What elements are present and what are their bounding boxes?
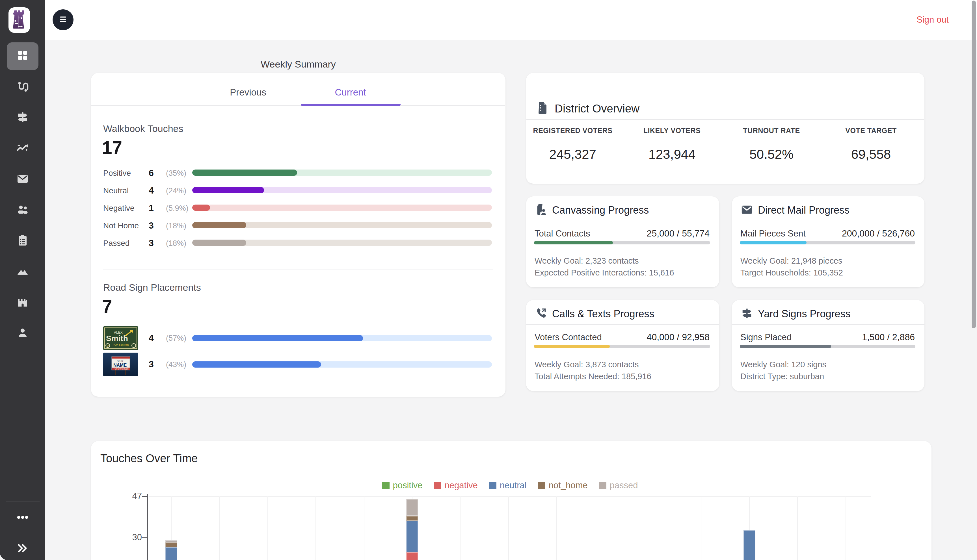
mail-icon: [16, 172, 29, 187]
legend-swatch: [599, 482, 606, 489]
sidebar-item-tasks[interactable]: [16, 234, 29, 248]
card-divider: [732, 221, 924, 221]
chart-plot-area[interactable]: [149, 497, 871, 560]
bar-segment-negative[interactable]: [406, 552, 418, 560]
stat-label: Mail Pieces Sent: [740, 228, 806, 239]
walkbook-row-passed: Passed 3 (18%): [103, 237, 493, 248]
legend-swatch: [382, 482, 389, 489]
dashboard-grid-icon: [16, 48, 29, 63]
walkbook-touches-total: 17: [102, 137, 122, 158]
legend-item-passed[interactable]: passed: [599, 480, 638, 490]
sidebar: [0, 0, 45, 560]
v-gridline: [364, 497, 364, 560]
bar-segment-not_home[interactable]: [406, 516, 418, 521]
people-icon: [16, 203, 29, 218]
active-tab-underline: [301, 104, 401, 106]
sidebar-item-terrain[interactable]: [16, 265, 29, 278]
tab-previous[interactable]: Previous: [198, 85, 298, 100]
row-percent: (18%): [166, 222, 186, 230]
sidebar-item-dashboard[interactable]: [16, 49, 29, 63]
walkbook-row-not-home: Not Home 3 (18%): [103, 220, 493, 231]
bar-segment-not_home[interactable]: [165, 542, 177, 547]
sidebar-item-analytics[interactable]: [16, 142, 29, 155]
row-count: 3: [143, 359, 160, 370]
row-meter: [192, 240, 492, 246]
sign-row-1: ALEX Smith FOR SENATE 4 (57%): [103, 326, 493, 350]
sidebar-divider: [6, 39, 40, 39]
y-axis-tickmark: [142, 496, 147, 497]
y-axis-tick-30: 30: [114, 532, 142, 542]
legend-label: not_home: [549, 480, 588, 490]
sidebar-item-people[interactable]: [16, 203, 29, 217]
yard-signs-progress-card: Yard Signs Progress Signs Placed 1,500 /…: [732, 300, 924, 391]
trend-sparkle-icon: [16, 141, 29, 156]
legend-item-neutral[interactable]: neutral: [489, 480, 527, 490]
sidebar-item-profile[interactable]: [16, 327, 29, 340]
sidebar-item-more[interactable]: [16, 511, 29, 525]
row-percent: (57%): [166, 334, 186, 343]
card-title: Canvassing Progress: [552, 204, 649, 216]
v-gridline: [605, 497, 605, 560]
v-gridline: [316, 497, 316, 560]
secondary-goal-text: Expected Positive Interactions: 15,616: [534, 268, 674, 277]
weekly-goal-text: Weekly Goal: 3,873 contacts: [534, 360, 639, 369]
stat-value: 123,944: [623, 147, 721, 162]
legend-label: negative: [445, 480, 478, 490]
row-meter: [192, 222, 492, 228]
menu-button[interactable]: [53, 9, 73, 30]
secondary-goal-text: District Type: suburban: [740, 372, 824, 381]
card-divider: [526, 221, 719, 221]
secondary-goal-text: Total Attempts Needed: 185,916: [534, 372, 651, 381]
walkbook-touches-title: Walkbook Touches: [103, 123, 184, 134]
phone-icon: [534, 307, 548, 320]
legend-item-positive[interactable]: positive: [382, 480, 423, 490]
sidebar-item-castle[interactable]: [16, 296, 29, 309]
sign-thumbnail-name[interactable]: FIRST NAME FOR CONGRESS: [103, 353, 138, 377]
sign-out-link[interactable]: Sign out: [899, 15, 949, 25]
sign-thumbnail-smith[interactable]: ALEX Smith FOR SENATE: [103, 326, 138, 350]
road-sign-placements-title: Road Sign Placements: [103, 282, 201, 293]
progress-bar: [740, 345, 915, 348]
tab-current[interactable]: Current: [300, 85, 401, 100]
district-overview-title: District Overview: [554, 102, 640, 115]
legend-item-negative[interactable]: negative: [434, 480, 478, 490]
sidebar-item-routes[interactable]: [16, 80, 29, 94]
scrollbar[interactable]: [972, 0, 976, 328]
stat-turnout-rate: TURNOUT RATE 50.52%: [722, 127, 821, 162]
stat-label: Total Contacts: [534, 228, 590, 239]
svg-text:Smith: Smith: [106, 334, 128, 343]
document-icon: [536, 101, 549, 115]
weekly-goal-text: Weekly Goal: 21,948 pieces: [740, 256, 842, 266]
bar-segment-neutral[interactable]: [165, 547, 177, 560]
chart-legend: positive negative neutral not_home passe…: [149, 480, 871, 490]
legend-item-not-home[interactable]: not_home: [538, 480, 588, 490]
bar-segment-neutral[interactable]: [743, 530, 755, 560]
bar-segment-passed[interactable]: [406, 499, 418, 516]
walkbook-row-negative: Negative 1 (5.9%): [103, 202, 493, 213]
sidebar-item-mail[interactable]: [16, 173, 29, 186]
sidebar-collapse-button[interactable]: [16, 542, 29, 555]
secondary-goal-text: Target Households: 105,352: [740, 268, 843, 277]
canvassing-progress-card: Canvassing Progress Total Contacts 25,00…: [526, 197, 719, 287]
legend-label: passed: [610, 480, 638, 490]
weekly-goal-text: Weekly Goal: 2,323 contacts: [534, 256, 639, 266]
row-count: 6: [143, 168, 160, 178]
sidebar-footer-divider: [6, 502, 40, 502]
h-gridline: [149, 538, 871, 538]
calls-texts-progress-card: Calls & Texts Progress Voters Contacted …: [526, 300, 719, 391]
v-gridline: [653, 497, 653, 560]
stat-vote-target: VOTE TARGET 69,558: [822, 127, 920, 162]
row-meter: [192, 170, 492, 176]
bar-segment-passed[interactable]: [165, 540, 177, 543]
stat-value: 25,000 / 55,774: [647, 228, 710, 239]
sign-row-2: FIRST NAME FOR CONGRESS 3 (43%): [103, 353, 493, 377]
svg-text:FOR CONGRESS: FOR CONGRESS: [114, 368, 129, 370]
stat-label: REGISTERED VOTERS: [523, 127, 622, 135]
v-gridline: [460, 497, 461, 560]
v-gridline: [556, 497, 557, 560]
app-logo[interactable]: [8, 7, 30, 33]
sidebar-item-road-signs[interactable]: [16, 111, 29, 125]
walkbook-row-positive: Positive 6 (35%): [103, 167, 493, 178]
bar-segment-neutral[interactable]: [406, 521, 418, 552]
progress-bar: [740, 241, 915, 244]
